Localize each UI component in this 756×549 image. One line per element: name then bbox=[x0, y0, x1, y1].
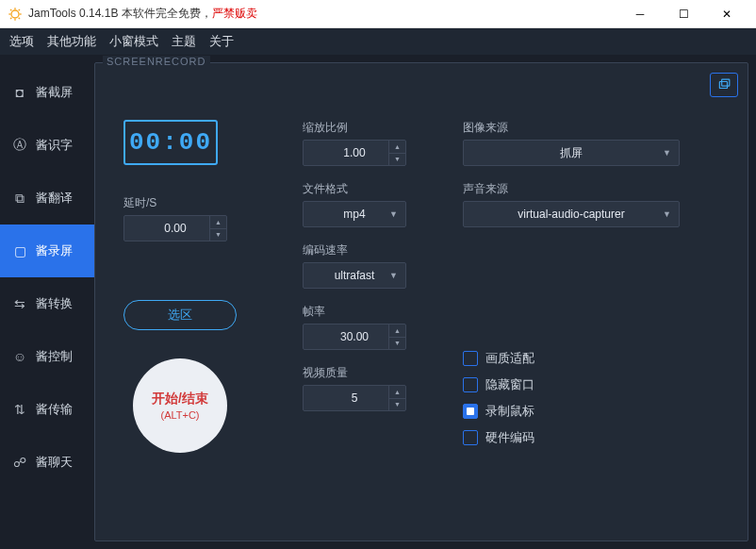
fps-spinner[interactable]: 30.00▲▼ bbox=[303, 324, 406, 350]
checkbox-label: 画质适配 bbox=[485, 350, 534, 367]
svg-rect-10 bbox=[722, 79, 730, 86]
record-btn-line2: (ALT+C) bbox=[160, 409, 199, 421]
popout-icon bbox=[717, 78, 731, 92]
sidebar-item-label: 酱截屏 bbox=[36, 84, 73, 101]
checkbox-icon bbox=[463, 430, 478, 445]
quality-value: 5 bbox=[352, 391, 358, 405]
sidebar: ◘酱截屏 Ⓐ酱识字 ⧉酱翻译 ▢酱录屏 ⇆酱转换 ☺酱控制 ⇅酱传输 ☍酱聊天 bbox=[0, 55, 94, 549]
sidebar-item-ocr[interactable]: Ⓐ酱识字 bbox=[0, 119, 94, 172]
chat-icon: ☍ bbox=[11, 455, 28, 470]
sidebar-item-chat[interactable]: ☍酱聊天 bbox=[0, 436, 94, 489]
timer-display: 00:00 bbox=[123, 120, 218, 165]
minimize-button[interactable]: ─ bbox=[618, 0, 662, 28]
spinner-down-icon[interactable]: ▼ bbox=[389, 338, 405, 350]
imgsrc-label: 图像来源 bbox=[463, 120, 689, 136]
panel-title: SCREENRECORD bbox=[103, 56, 210, 67]
format-label: 文件格式 bbox=[303, 181, 416, 197]
window-title: JamTools 0.14.1B 本软件完全免费，严禁贩卖 bbox=[28, 6, 257, 22]
menu-mini[interactable]: 小窗模式 bbox=[109, 33, 158, 50]
quality-spinner[interactable]: 5▲▼ bbox=[303, 385, 406, 411]
checkbox-label: 硬件编码 bbox=[485, 429, 534, 446]
svg-line-6 bbox=[19, 17, 20, 18]
sidebar-item-control[interactable]: ☺酱控制 bbox=[0, 330, 94, 383]
sidebar-item-transfer[interactable]: ⇅酱传输 bbox=[0, 383, 94, 436]
audiosrc-select[interactable]: virtual-audio-capturer▼ bbox=[463, 201, 680, 227]
spinner-down-icon[interactable]: ▼ bbox=[389, 399, 405, 411]
text-icon: Ⓐ bbox=[11, 137, 28, 154]
sidebar-item-convert[interactable]: ⇆酱转换 bbox=[0, 277, 94, 330]
audiosrc-label: 声音来源 bbox=[463, 181, 689, 197]
spinner-up-icon[interactable]: ▲ bbox=[389, 324, 405, 338]
imgsrc-select[interactable]: 抓屏▼ bbox=[463, 140, 680, 166]
checkbox-icon bbox=[463, 404, 478, 419]
transfer-icon: ⇅ bbox=[11, 402, 28, 417]
checkbox-icon bbox=[463, 351, 478, 366]
svg-rect-9 bbox=[719, 82, 727, 89]
translate-icon: ⧉ bbox=[11, 191, 28, 207]
app-logo-icon bbox=[8, 7, 23, 22]
checkbox-icon bbox=[463, 377, 478, 392]
checkbox-quality-adapt[interactable]: 画质适配 bbox=[463, 350, 689, 367]
checkbox-label: 录制鼠标 bbox=[485, 403, 534, 420]
sidebar-item-label: 酱聊天 bbox=[36, 454, 73, 471]
menu-options[interactable]: 选项 bbox=[9, 33, 34, 50]
fps-value: 30.00 bbox=[340, 330, 369, 343]
svg-point-0 bbox=[11, 10, 19, 18]
spinner-up-icon[interactable]: ▲ bbox=[210, 216, 226, 229]
checkbox-label: 隐藏窗口 bbox=[485, 376, 534, 393]
sidebar-item-label: 酱翻译 bbox=[36, 190, 73, 207]
content-panel: SCREENRECORD 00:00 延时/S 0.00 ▲▼ 选区 开始/结束… bbox=[94, 62, 748, 541]
chevron-down-icon: ▼ bbox=[389, 271, 398, 280]
sidebar-item-label: 酱转换 bbox=[36, 295, 73, 312]
sidebar-item-label: 酱录屏 bbox=[36, 242, 73, 259]
speed-label: 编码速率 bbox=[303, 242, 416, 258]
popout-button[interactable] bbox=[710, 73, 738, 97]
face-icon: ☺ bbox=[11, 349, 28, 364]
record-btn-line1: 开始/结束 bbox=[152, 391, 208, 408]
menu-about[interactable]: 关于 bbox=[209, 33, 234, 50]
spinner-up-icon[interactable]: ▲ bbox=[389, 386, 405, 399]
speed-value: ultrafast bbox=[335, 269, 375, 282]
spinner-down-icon[interactable]: ▼ bbox=[210, 229, 226, 241]
sidebar-item-screenshot[interactable]: ◘酱截屏 bbox=[0, 66, 94, 119]
checkbox-hide-window[interactable]: 隐藏窗口 bbox=[463, 376, 689, 393]
scale-label: 缩放比例 bbox=[303, 120, 416, 136]
format-value: mp4 bbox=[343, 208, 365, 221]
speed-select[interactable]: ultrafast▼ bbox=[303, 262, 406, 289]
svg-line-5 bbox=[10, 9, 11, 10]
svg-line-8 bbox=[19, 9, 20, 10]
scale-spinner[interactable]: 1.00▲▼ bbox=[303, 140, 406, 166]
fps-label: 帧率 bbox=[303, 304, 416, 320]
delay-value: 0.00 bbox=[164, 222, 186, 235]
chevron-down-icon: ▼ bbox=[663, 148, 671, 158]
sidebar-item-translate[interactable]: ⧉酱翻译 bbox=[0, 172, 94, 225]
sidebar-item-label: 酱传输 bbox=[36, 401, 73, 418]
chevron-down-icon: ▼ bbox=[389, 209, 398, 219]
convert-icon: ⇆ bbox=[11, 296, 28, 311]
imgsrc-value: 抓屏 bbox=[560, 145, 583, 161]
delay-label: 延时/S bbox=[123, 195, 237, 211]
select-region-button[interactable]: 选区 bbox=[123, 300, 237, 330]
video-icon: ▢ bbox=[11, 243, 28, 258]
scale-value: 1.00 bbox=[343, 146, 365, 159]
checkbox-hw-encode[interactable]: 硬件编码 bbox=[463, 429, 689, 446]
sidebar-item-label: 酱控制 bbox=[36, 348, 73, 365]
menu-bar: 选项 其他功能 小窗模式 主题 关于 bbox=[0, 28, 756, 55]
chevron-down-icon: ▼ bbox=[663, 209, 671, 219]
format-select[interactable]: mp4▼ bbox=[303, 201, 406, 227]
menu-other[interactable]: 其他功能 bbox=[47, 33, 96, 50]
spinner-up-icon[interactable]: ▲ bbox=[389, 141, 405, 154]
sidebar-item-label: 酱识字 bbox=[36, 137, 73, 154]
quality-label: 视频质量 bbox=[303, 365, 416, 381]
close-button[interactable]: ✕ bbox=[705, 0, 748, 28]
record-toggle-button[interactable]: 开始/结束 (ALT+C) bbox=[133, 358, 227, 453]
audiosrc-value: virtual-audio-capturer bbox=[518, 208, 624, 221]
checkbox-record-mouse[interactable]: 录制鼠标 bbox=[463, 403, 689, 420]
delay-spinner[interactable]: 0.00 ▲▼ bbox=[123, 215, 227, 241]
sidebar-item-record[interactable]: ▢酱录屏 bbox=[0, 225, 94, 277]
menu-theme[interactable]: 主题 bbox=[172, 33, 196, 50]
spinner-down-icon[interactable]: ▼ bbox=[389, 154, 405, 166]
window-titlebar: JamTools 0.14.1B 本软件完全免费，严禁贩卖 ─ ☐ ✕ bbox=[0, 0, 756, 28]
maximize-button[interactable]: ☐ bbox=[662, 0, 705, 28]
crop-icon: ◘ bbox=[11, 85, 28, 100]
